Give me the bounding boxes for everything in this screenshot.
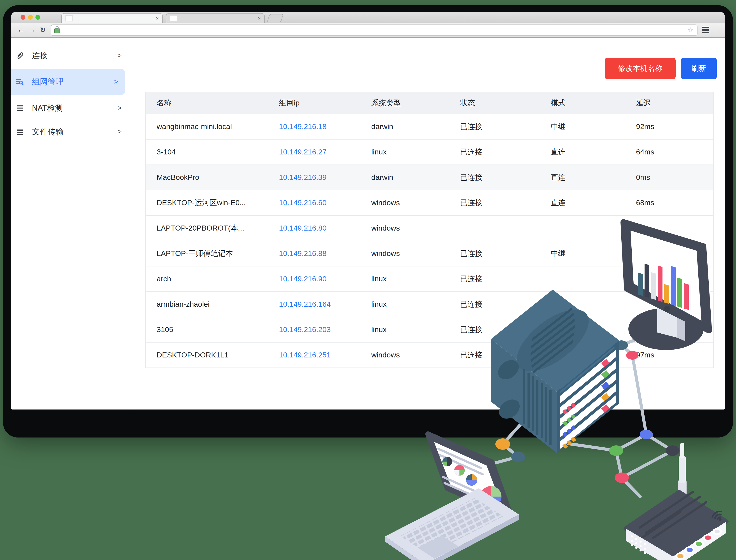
forward-icon[interactable]: → — [28, 26, 36, 34]
zoom-window-button[interactable] — [35, 15, 40, 20]
device-name-cell: wangbinmac-mini.local — [157, 122, 232, 131]
sidebar-item-label: NAT检测 — [32, 103, 63, 113]
status-cell: 已连接 — [460, 123, 482, 131]
delay-cell: 68ms — [636, 198, 654, 207]
mode-cell: 直连 — [551, 148, 566, 156]
mode-cell: 中继 — [551, 123, 566, 131]
table-row: DESKTOP-运河区win-E0...10.149.216.60windows… — [145, 190, 713, 215]
ip-link[interactable]: 10.149.216.251 — [279, 351, 331, 359]
refresh-button[interactable]: 刷新 — [681, 58, 717, 79]
sidebar-item-connect[interactable]: 连接 > — [11, 45, 129, 66]
device-name-cell: arch — [157, 275, 171, 283]
devices-table: 名称 组网ip 系统类型 状态 模式 延迟 wangbinmac-mini.lo… — [145, 92, 714, 368]
delay-cell: 64 — [636, 325, 644, 334]
sidebar-item-network-management[interactable]: 组网管理 > — [11, 69, 125, 95]
app-content: 连接 > 组网管理 > NAT检测 > 文件传 — [11, 38, 725, 409]
delay-cell: 97ms — [636, 351, 654, 359]
chevron-right-icon: > — [117, 128, 122, 136]
screenshot-stage: × × ← → ↻ ☆ — [0, 0, 736, 560]
os-cell: darwin — [371, 122, 393, 131]
tab-close-icon[interactable]: × — [258, 16, 261, 21]
status-cell: 已连接 — [460, 199, 482, 207]
bookmark-star-icon[interactable]: ☆ — [687, 26, 694, 33]
table-row: MacBookPro10.149.216.39darwin已连接直连0ms — [145, 165, 713, 190]
address-bar[interactable]: ☆ — [51, 24, 698, 36]
status-cell: 已连接 — [460, 300, 482, 308]
os-cell: windows — [371, 198, 400, 207]
os-cell: linux — [371, 300, 387, 308]
sidebar-item-file-transfer[interactable]: 文件传输 > — [11, 121, 129, 142]
status-cell: 已连接 — [460, 173, 482, 182]
mode-cell: 直连 — [551, 199, 566, 207]
table-row: armbian-zhaolei10.149.216.164linux已连接 — [145, 292, 713, 317]
delay-cell: 64ms — [636, 148, 654, 156]
ip-link[interactable]: 10.149.216.80 — [279, 224, 326, 232]
close-window-button[interactable] — [21, 15, 25, 20]
device-name-cell: DESKTOP-DORK1L1 — [157, 351, 228, 359]
device-name-cell: 3105 — [157, 325, 173, 334]
ip-link[interactable]: 10.149.216.203 — [279, 325, 331, 334]
node-green — [609, 445, 623, 456]
traffic-lights — [21, 15, 40, 20]
chevron-right-icon: > — [117, 52, 122, 59]
list-icon — [15, 104, 24, 112]
browser-menu-icon[interactable] — [702, 27, 710, 33]
status-cell: 已连接 — [460, 351, 482, 359]
tab-inactive[interactable]: × — [166, 13, 265, 23]
network-search-icon — [15, 77, 24, 86]
sidebar-item-label: 文件传输 — [32, 126, 63, 137]
os-cell: windows — [371, 351, 400, 359]
https-lock-icon — [54, 28, 60, 33]
reload-icon[interactable]: ↻ — [40, 26, 46, 33]
sidebar: 连接 > 组网管理 > NAT检测 > 文件传 — [11, 38, 129, 409]
col-header-status: 状态 — [460, 92, 551, 114]
new-tab-button[interactable] — [267, 14, 284, 22]
node-orange — [495, 438, 510, 450]
device-name-cell: DESKTOP-运河区win-E0... — [157, 199, 246, 207]
ip-link[interactable]: 10.149.216.60 — [279, 198, 326, 207]
ip-link[interactable]: 10.149.216.88 — [279, 249, 326, 257]
list-icon — [15, 127, 24, 136]
device-name-cell: 3-104 — [157, 148, 176, 156]
tab-favicon — [65, 15, 73, 21]
sidebar-item-label: 组网管理 — [32, 77, 63, 87]
col-header-os: 系统类型 — [371, 92, 460, 114]
table-row: arch10.149.216.90linux已连接 — [145, 266, 713, 292]
sidebar-item-nat-detect[interactable]: NAT检测 > — [11, 98, 129, 119]
main-panel: 修改本机名称 刷新 名称 组网ip 系统类型 状态 模式 延迟 — [129, 38, 725, 409]
status-cell: 已连接 — [460, 148, 482, 156]
node-teal — [511, 451, 525, 462]
ip-link[interactable]: 10.149.216.18 — [279, 122, 326, 131]
browser-window-inner: × × ← → ↻ ☆ — [11, 12, 725, 409]
table-row: LAPTOP-王师傅笔记本10.149.216.88windows已连接中继 — [145, 241, 713, 266]
wifi-router-icon — [626, 443, 726, 560]
os-cell: darwin — [371, 173, 393, 181]
laptop-pie-charts-icon — [385, 434, 519, 560]
col-header-name: 名称 — [145, 92, 279, 114]
ip-link[interactable]: 10.149.216.164 — [279, 300, 331, 308]
ip-link[interactable]: 10.149.216.90 — [279, 275, 326, 283]
device-name-cell: LAPTOP-20PBOROT(本... — [157, 224, 244, 232]
minimize-window-button[interactable] — [28, 15, 33, 20]
ip-link[interactable]: 10.149.216.27 — [279, 148, 326, 156]
tab-close-icon[interactable]: × — [156, 16, 159, 21]
browser-window: × × ← → ↻ ☆ — [3, 5, 733, 437]
col-header-ip: 组网ip — [279, 92, 371, 114]
node-red — [615, 473, 629, 483]
os-cell: windows — [371, 249, 400, 257]
pie-charts — [442, 457, 501, 507]
rename-host-button[interactable]: 修改本机名称 — [605, 58, 676, 79]
ip-link[interactable]: 10.149.216.39 — [279, 173, 326, 181]
device-name-cell: armbian-zhaolei — [157, 300, 210, 308]
router-vent-dots — [631, 535, 646, 554]
os-cell: linux — [371, 148, 387, 156]
status-cell: 已连接 — [460, 325, 482, 334]
tab-active[interactable]: × — [61, 13, 163, 23]
mode-cell: 中继 — [551, 249, 566, 258]
back-icon[interactable]: ← — [17, 26, 25, 34]
tab-favicon — [170, 15, 177, 21]
tab-strip: × × — [11, 12, 725, 23]
paperclip-icon — [15, 51, 24, 60]
sidebar-item-label: 连接 — [32, 50, 48, 61]
mode-cell: 直连 — [551, 173, 566, 182]
